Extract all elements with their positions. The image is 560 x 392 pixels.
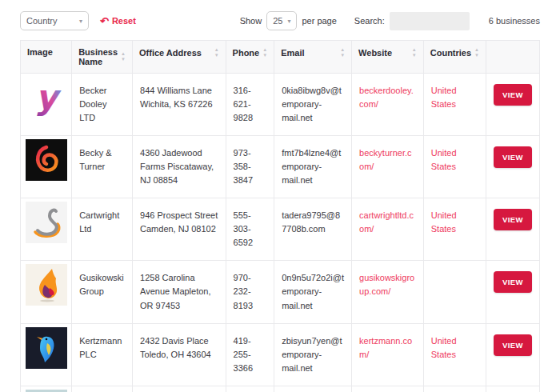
email-address: 0n9n5u72o2i@temporary-mail.net (282, 273, 344, 310)
column-header-actions (486, 41, 540, 74)
flame-orange-purple-logo (26, 264, 67, 306)
website-link[interactable]: cartwrightltd.com/ (359, 210, 414, 234)
phone-number-cell: 973-358-3847 (226, 136, 274, 198)
country-filter-value: Country (26, 16, 58, 26)
office-address-cell: 1258 Carolina Avenue Mapleton, OR 97453 (133, 261, 226, 323)
column-label: Email (281, 48, 304, 58)
view-button[interactable]: VIEW (494, 271, 532, 293)
view-button[interactable]: VIEW (494, 334, 532, 356)
reset-button[interactable]: ↶ Reset (100, 16, 136, 26)
email-address-cell: zbisyun7yen@temporary-mail.net (274, 323, 352, 386)
email-address-cell: tadera9795@87708b.com (274, 198, 352, 261)
countries-text-cell: United States (423, 74, 486, 136)
email-address-cell: fmt7b4lzne4@temporary-mail.net (274, 136, 352, 198)
website-link[interactable]: beckyturner.com/ (359, 148, 411, 171)
countries-text-cell: United States (423, 386, 486, 392)
view-cell: VIEW (486, 323, 540, 386)
office-address: 946 Prospect Street Camden, NJ 08102 (140, 210, 218, 234)
view-button[interactable]: VIEW (494, 146, 532, 168)
business-logo-cell (21, 198, 72, 261)
phone-number-cell: 555-501-1314 (226, 386, 274, 392)
column-label: Image (27, 47, 53, 57)
column-label: Countries (430, 48, 471, 58)
view-cell: VIEW (486, 136, 540, 198)
swan-gray-logo (26, 202, 67, 243)
email-address: 0kia8ibwg8v@temporary-mail.net (282, 86, 342, 122)
website-link-cell: zmetrics.com/ (352, 386, 424, 392)
search-input[interactable] (390, 12, 470, 30)
sort-arrows-icon[interactable]: ▲▼ (340, 47, 345, 58)
reset-label: Reset (112, 16, 136, 26)
view-cell: VIEW (486, 386, 540, 392)
business-name: Gusikowski Group (79, 273, 124, 296)
view-button[interactable]: VIEW (494, 84, 532, 106)
website-link-cell: kertzmann.com/ (352, 323, 424, 386)
email-address: tadera9795@87708b.com (282, 210, 340, 234)
per-page-label: per page (302, 16, 336, 26)
office-address: 2432 Davis Place Toledo, OH 43604 (140, 336, 211, 359)
office-address-cell: 1258 Renwick Drive Leesport, PA 19533 (133, 386, 226, 392)
page-size-value: 25 (273, 16, 282, 26)
column-header-countries[interactable]: Countries▲▼ (423, 41, 486, 74)
businesses-count: 6 businesses (489, 16, 540, 26)
phone-number: 970-232-8193 (234, 273, 253, 310)
business-name: Becky & Turner (79, 148, 111, 171)
letter-y-gradient-logo: y (26, 77, 67, 118)
table-header: ImageBusiness Name▲▼Office Address▲▼Phon… (21, 41, 540, 74)
table-row: Gusikowski Group1258 Carolina Avenue Map… (21, 261, 540, 323)
sort-arrows-icon[interactable]: ▲▼ (262, 47, 267, 58)
email-address: zbisyun7yen@temporary-mail.net (282, 336, 342, 373)
column-header-office-address[interactable]: Office Address▲▼ (133, 41, 226, 74)
table-row: ZMetrics1258 Renwick Drive Leesport, PA … (21, 386, 540, 392)
page-size-select[interactable]: 25 ▾ (266, 11, 297, 30)
country-filter-select[interactable]: Country ▾ (20, 11, 89, 30)
business-name-cell: Cartwright Ltd (72, 198, 133, 261)
business-logo-cell (21, 136, 72, 198)
column-label: Business Name (78, 47, 118, 66)
website-link[interactable]: beckerdooley.com/ (359, 86, 414, 109)
sort-arrows-icon[interactable]: ▲▼ (474, 47, 479, 58)
kingfisher-bird-logo (26, 327, 67, 369)
column-header-email[interactable]: Email▲▼ (274, 41, 352, 74)
website-link[interactable]: kertzmann.com/ (359, 336, 412, 359)
phone-number-cell: 970-232-8193 (226, 261, 274, 323)
sort-arrows-icon[interactable]: ▲▼ (412, 47, 417, 58)
view-button[interactable]: VIEW (494, 209, 532, 230)
business-logo-cell: y (21, 74, 72, 136)
businesses-table: ImageBusiness Name▲▼Office Address▲▼Phon… (20, 40, 540, 392)
countries-text: United States (431, 336, 457, 359)
office-address: 844 Williams Lane Wichita, KS 67226 (140, 86, 213, 109)
office-address-cell: 4360 Jadewood Farms Piscataway, NJ 08854 (133, 136, 226, 198)
table-row: yBecker Dooley LTD844 Williams Lane Wich… (21, 74, 540, 136)
column-header-business-name[interactable]: Business Name▲▼ (72, 41, 133, 74)
sort-arrows-icon[interactable]: ▲▼ (121, 51, 126, 62)
column-header-website[interactable]: Website▲▼ (352, 41, 424, 74)
office-address-cell: 2432 Davis Place Toledo, OH 43604 (133, 323, 226, 386)
countries-text-cell: United States (423, 136, 486, 198)
phone-number-cell: 555-303-6592 (226, 198, 274, 261)
view-cell: VIEW (486, 74, 540, 136)
business-name-cell: Becker Dooley LTD (72, 74, 133, 136)
website-link-cell: beckerdooley.com/ (352, 74, 424, 136)
table-row: Becky & Turner4360 Jadewood Farms Piscat… (21, 136, 540, 198)
column-header-phone[interactable]: Phone▲▼ (226, 41, 274, 74)
chevron-down-icon: ▾ (287, 18, 290, 25)
website-link[interactable]: gusikowskigroup.com/ (359, 273, 414, 296)
table-row: Kertzmann PLC2432 Davis Place Toledo, OH… (21, 323, 540, 386)
column-label: Phone (233, 48, 260, 58)
view-cell: VIEW (486, 261, 540, 323)
business-logo-cell (21, 323, 72, 386)
phone-number: 419-255-3366 (234, 336, 253, 373)
business-name: Becker Dooley LTD (79, 86, 106, 122)
sort-arrows-icon[interactable]: ▲▼ (214, 47, 219, 58)
office-address: 4360 Jadewood Farms Piscataway, NJ 08854 (140, 148, 214, 185)
search-label: Search: (354, 16, 385, 26)
website-link-cell: gusikowskigroup.com/ (352, 261, 424, 323)
business-name: Cartwright Ltd (79, 210, 119, 234)
toolbar-right: Show 25 ▾ per page Search: 6 businesses (240, 11, 540, 30)
business-name-cell: Kertzmann PLC (72, 323, 133, 386)
business-logo-cell (21, 261, 72, 323)
column-label: Office Address (139, 48, 202, 58)
countries-text: United States (431, 148, 457, 171)
undo-arrow-icon: ↶ (100, 16, 109, 26)
